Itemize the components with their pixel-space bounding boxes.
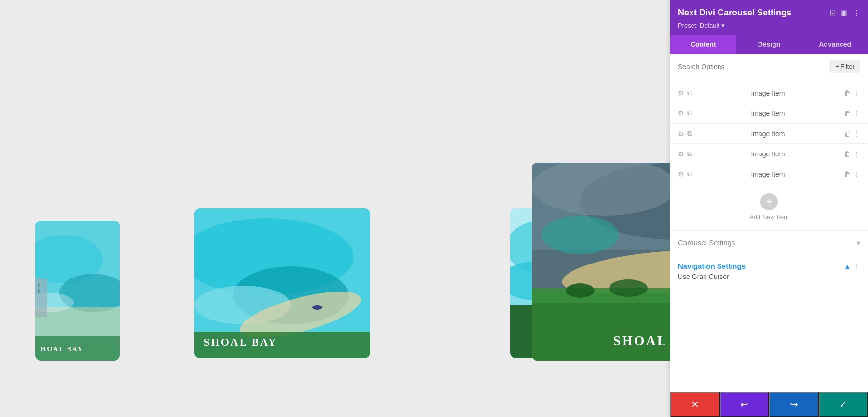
use-grab-cursor-label: Use Grab Cursor — [678, 269, 729, 284]
save-button[interactable]: ✓ — [819, 392, 868, 417]
settings-icon-3[interactable]: ⚙ — [678, 130, 684, 138]
item-left-icons: ⚙ ⧉ — [678, 150, 692, 158]
carousel-settings-chevron: ▾ — [857, 239, 860, 247]
svg-rect-24 — [532, 293, 671, 361]
slide-label-far-left: HOAL BAY — [41, 346, 83, 353]
panel-title: Next Divi Carousel Settings — [678, 8, 791, 18]
slide-label-left: SHOAL BAY — [204, 336, 278, 348]
list-item: ⚙ ⧉ Image Item 🗑 ⋮ — [670, 164, 868, 184]
fullscreen-icon[interactable]: ⊡ — [829, 8, 836, 17]
settings-icon-4[interactable]: ⚙ — [678, 150, 684, 158]
copy-icon-3[interactable]: ⧉ — [687, 129, 692, 138]
search-input[interactable] — [678, 63, 826, 70]
item-left-icons: ⚙ ⧉ — [678, 109, 692, 117]
list-item: ⚙ ⧉ Image Item 🗑 ⋮ — [670, 124, 868, 144]
grid-icon[interactable]: ▦ — [841, 8, 848, 17]
navigation-settings-content: Use Grab Cursor — [670, 272, 868, 281]
list-item: ⚙ ⧉ Image Item 🗑 ⋮ — [670, 103, 868, 124]
svg-point-21 — [542, 216, 619, 254]
settings-icon-1[interactable]: ⚙ — [678, 89, 684, 97]
copy-icon-1[interactable]: ⧉ — [687, 89, 692, 97]
svg-rect-7 — [38, 283, 40, 287]
item-left-icons: ⚙ ⧉ — [678, 89, 692, 97]
svg-rect-8 — [38, 289, 40, 293]
copy-icon-4[interactable]: ⧉ — [687, 150, 692, 158]
copy-icon-5[interactable]: ⧉ — [687, 170, 692, 178]
bottom-buttons: ✕ ↩ ↪ ✓ — [670, 392, 868, 417]
items-list: ⚙ ⧉ Image Item 🗑 ⋮ ⚙ ⧉ Image Item 🗑 ⋮ — [670, 79, 868, 417]
cancel-button[interactable]: ✕ — [670, 392, 720, 417]
search-bar: + Filter — [670, 54, 868, 79]
slide-label-center: SHOAL BAY — [613, 333, 670, 348]
panel-tabs: Content Design Advanced — [670, 35, 868, 54]
delete-icon-2[interactable]: 🗑 — [844, 110, 851, 117]
tab-design[interactable]: Design — [736, 35, 802, 54]
panel-preset[interactable]: Preset: Default ▾ — [678, 22, 860, 29]
tab-advanced[interactable]: Advanced — [802, 35, 868, 54]
redo-button[interactable]: ↪ — [769, 392, 819, 417]
copy-icon-2[interactable]: ⧉ — [687, 109, 692, 117]
panel-header: Next Divi Carousel Settings ⊡ ▦ ⋮ Preset… — [670, 0, 868, 35]
canvas-area: HOAL BAY SHOAL BAY — [0, 0, 670, 417]
navigation-settings-chevron: ▲ — [844, 263, 851, 270]
item-label-4: Image Item — [696, 150, 840, 158]
svg-rect-25 — [532, 288, 671, 303]
more-icon-1[interactable]: ⋮ — [854, 89, 860, 97]
more-icon-4[interactable]: ⋮ — [854, 150, 860, 158]
delete-icon-5[interactable]: 🗑 — [844, 170, 851, 178]
add-new-item-label: Add New Item — [749, 213, 789, 221]
item-label-5: Image Item — [696, 170, 840, 178]
carousel-slide-far-left[interactable]: HOAL BAY — [35, 221, 120, 361]
settings-icon-2[interactable]: ⚙ — [678, 110, 684, 117]
svg-point-15 — [312, 305, 322, 310]
settings-icon-5[interactable]: ⚙ — [678, 170, 684, 178]
carousel-slide-center[interactable]: ©JKAAC_OFF... SHOAL BAY — [532, 163, 671, 361]
add-new-item-section: + Add New Item — [670, 184, 868, 231]
tab-content[interactable]: Content — [670, 35, 736, 54]
item-right-icons: 🗑 ⋮ — [844, 170, 860, 178]
item-right-icons: 🗑 ⋮ — [844, 89, 860, 97]
item-left-icons: ⚙ ⧉ — [678, 129, 692, 138]
item-right-icons: 🗑 ⋮ — [844, 110, 860, 117]
delete-icon-4[interactable]: 🗑 — [844, 150, 851, 158]
item-right-icons: 🗑 ⋮ — [844, 150, 860, 158]
navigation-settings-more[interactable]: ⋮ — [854, 263, 860, 270]
carousel-wrapper: HOAL BAY SHOAL BAY — [0, 0, 670, 417]
panel-header-icons: ⊡ ▦ ⋮ — [829, 8, 860, 17]
filter-button[interactable]: + Filter — [829, 60, 860, 73]
item-label-1: Image Item — [696, 89, 840, 97]
carousel-settings-title: Carousel Settings — [678, 238, 735, 247]
more-icon-3[interactable]: ⋮ — [854, 130, 860, 138]
carousel-slide-left[interactable]: SHOAL BAY — [194, 208, 370, 358]
more-icon-5[interactable]: ⋮ — [854, 170, 860, 178]
list-item: ⚙ ⧉ Image Item 🗑 ⋮ — [670, 144, 868, 164]
svg-point-26 — [566, 283, 595, 298]
undo-button[interactable]: ↩ — [720, 392, 770, 417]
item-right-icons: 🗑 ⋮ — [844, 130, 860, 138]
more-options-icon[interactable]: ⋮ — [853, 8, 860, 17]
svg-point-27 — [609, 279, 648, 297]
item-left-icons: ⚙ ⧉ — [678, 170, 692, 178]
svg-rect-6 — [35, 278, 47, 317]
navigation-settings-icons: ▲ ⋮ — [844, 263, 860, 270]
settings-panel: Next Divi Carousel Settings ⊡ ▦ ⋮ Preset… — [670, 0, 868, 417]
delete-icon-3[interactable]: 🗑 — [844, 130, 851, 138]
item-label-2: Image Item — [696, 110, 840, 117]
add-new-item-button[interactable]: + — [760, 193, 778, 210]
more-icon-2[interactable]: ⋮ — [854, 110, 860, 117]
delete-icon-1[interactable]: 🗑 — [844, 89, 851, 97]
carousel-settings-section[interactable]: Carousel Settings ▾ — [670, 231, 868, 254]
item-label-3: Image Item — [696, 130, 840, 138]
list-item: ⚙ ⧉ Image Item 🗑 ⋮ — [670, 83, 868, 103]
